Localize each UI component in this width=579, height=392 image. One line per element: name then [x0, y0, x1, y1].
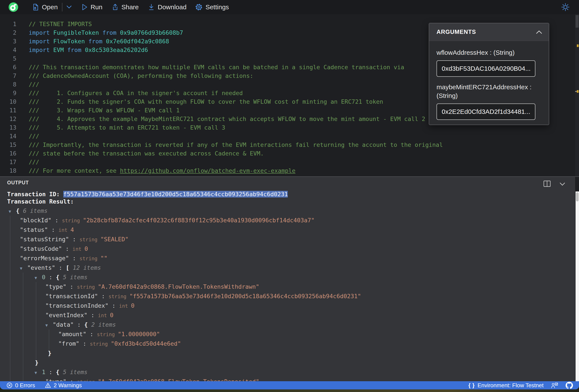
line-number: 15: [0, 141, 22, 149]
errors-status[interactable]: 0 Errors: [6, 382, 35, 389]
warning-triangle-icon: [45, 382, 51, 388]
warning-marker: [577, 44, 579, 47]
split-columns-icon[interactable]: [543, 180, 551, 187]
arguments-panel-body: wflowAddressHex : (String) maybeMintERC7…: [429, 41, 549, 120]
json-row: "blockId" : string "2b28cbfb87da2cfec4f0…: [0, 216, 575, 225]
code-line: 16/// state before the transaction was e…: [0, 149, 575, 158]
json-row[interactable]: ▼"events" : [ 12 items: [0, 263, 575, 273]
editor-scrollbar[interactable]: [575, 14, 579, 176]
json-row: "transactionIndex" : int 0: [0, 301, 575, 311]
warnings-count-label: 2 Warnings: [54, 382, 82, 389]
json-row: "amount" : string "1.00000000": [0, 330, 575, 339]
download-button[interactable]: Download: [147, 3, 187, 11]
line-number: 2: [0, 28, 22, 37]
line-number: 10: [0, 98, 22, 106]
share-button[interactable]: Share: [111, 3, 139, 11]
code-line: 14///: [0, 132, 575, 141]
collapse-output-chevron-icon[interactable]: [559, 180, 566, 187]
code-line: 18/// For more context, see https://gith…: [0, 167, 575, 175]
braces-icon: { }: [468, 382, 475, 389]
expand-triangle-icon[interactable]: ▼: [45, 320, 53, 330]
json-row: }: [0, 348, 575, 358]
warning-marker: [577, 90, 579, 93]
output-scrollbar-thumb[interactable]: [576, 192, 579, 201]
json-row: "errorMessage" : string "": [0, 254, 575, 263]
line-number: 14: [0, 132, 22, 141]
json-row[interactable]: ▼{ 6 items: [0, 206, 575, 216]
run-button-label: Run: [90, 3, 102, 11]
line-number: 8: [0, 80, 22, 89]
feedback-person-icon[interactable]: [551, 382, 558, 389]
line-number: 11: [0, 106, 22, 115]
theme-toggle-sun-icon[interactable]: [561, 2, 570, 12]
open-dropdown-chevron-icon[interactable]: [66, 5, 72, 9]
errors-count-label: 0 Errors: [15, 382, 35, 389]
line-number: 6: [0, 63, 22, 72]
json-row[interactable]: ▼"data" : { 2 items: [0, 320, 575, 330]
settings-button-label: Settings: [206, 3, 229, 11]
settings-button[interactable]: Settings: [195, 3, 229, 11]
expand-triangle-icon[interactable]: ▼: [9, 207, 16, 216]
status-bar: 0 Errors 2 Warnings { } Environment: Flo…: [0, 381, 579, 390]
transaction-id-label: Transaction ID:: [7, 191, 63, 198]
screen: Open Run Share Do: [0, 0, 579, 392]
github-icon[interactable]: [566, 382, 573, 389]
line-number: 13: [0, 123, 22, 132]
line-number: 5: [0, 54, 22, 63]
line-number: 12: [0, 115, 22, 123]
app-window: Open Run Share Do: [0, 0, 579, 390]
editor-scrollbar-thumb[interactable]: [576, 15, 579, 28]
open-button-label: Open: [42, 3, 58, 11]
json-tree: ▼{ 6 items"blockId" : string "2b28cbfb87…: [0, 206, 575, 381]
open-file-icon: [32, 3, 39, 11]
environment-status[interactable]: { } Environment: Flow Testnet: [468, 382, 544, 389]
share-icon: [111, 3, 119, 11]
share-button-label: Share: [121, 3, 139, 11]
line-number: 17: [0, 158, 22, 167]
expand-triangle-icon[interactable]: ▼: [35, 273, 42, 282]
json-row: "statusCode" : int 0: [0, 244, 575, 254]
maybe-mint-erc721-address-input[interactable]: [436, 104, 535, 120]
code-line: 15/// Importantly, the transaction is re…: [0, 141, 575, 149]
code-link[interactable]: https://github.com/onflow/batched-evm-ex…: [120, 167, 295, 174]
warnings-status[interactable]: 2 Warnings: [45, 382, 82, 389]
json-row: }: [0, 358, 575, 367]
json-row: "eventIndex" : int 0: [0, 311, 575, 320]
argument-label: wflowAddressHex : (String): [436, 48, 541, 57]
toolbar-divider: [62, 3, 62, 11]
json-row: "type" : string "A.7e60df042a9c0868.Flow…: [0, 282, 575, 291]
line-number: 1: [0, 20, 22, 28]
json-row: "type" : string "A.7e60df042a9c0868.Flow…: [0, 377, 575, 381]
download-icon: [147, 3, 155, 11]
transaction-result-label: Transaction Result:: [7, 198, 74, 205]
run-button[interactable]: Run: [81, 3, 102, 11]
open-button[interactable]: Open: [32, 3, 58, 11]
json-row: "statusString" : string "SEALED": [0, 235, 575, 244]
gear-icon: [195, 3, 203, 11]
expand-triangle-icon[interactable]: ▼: [20, 264, 27, 273]
json-row[interactable]: ▼0 : { 5 items: [0, 273, 575, 282]
json-row[interactable]: ▼1 : { 5 items: [0, 367, 575, 377]
output-panel: OUTPUT Transaction ID: f557a1573b76aa53e…: [0, 177, 575, 381]
code-line: 17///: [0, 158, 575, 167]
wflow-address-input[interactable]: [436, 60, 535, 77]
output-panel-title: OUTPUT: [7, 180, 29, 186]
output-scrollbar[interactable]: [576, 191, 579, 381]
environment-label: Environment: Flow Testnet: [478, 382, 544, 389]
line-number: 7: [0, 72, 22, 80]
arguments-panel-header[interactable]: ARGUMENTS: [429, 23, 549, 41]
arguments-panel: ARGUMENTS wflowAddressHex : (String) may…: [429, 23, 549, 125]
transaction-id-value[interactable]: f557a1573b76aa53e73d46f3e10d200d5c18a653…: [63, 191, 288, 198]
json-row: "from" : string "0xfd3b4cd50d44e6ed": [0, 339, 575, 348]
flow-logo-icon: [9, 2, 18, 12]
json-row: "transactionId" : string "f557a1573b76aa…: [0, 291, 575, 301]
toolbar: Open Run Share Do: [0, 0, 579, 14]
argument-label: maybeMintERC721AddressHex : (String): [436, 83, 541, 100]
json-row: "status" : int 4: [0, 225, 575, 235]
expand-triangle-icon[interactable]: ▼: [35, 368, 42, 377]
transaction-summary: Transaction ID: f557a1573b76aa53e73d46f3…: [7, 191, 288, 205]
collapse-chevron-up-icon[interactable]: [536, 30, 542, 34]
error-circle-icon: [6, 382, 12, 388]
run-icon: [81, 3, 88, 11]
line-number: 9: [0, 89, 22, 98]
